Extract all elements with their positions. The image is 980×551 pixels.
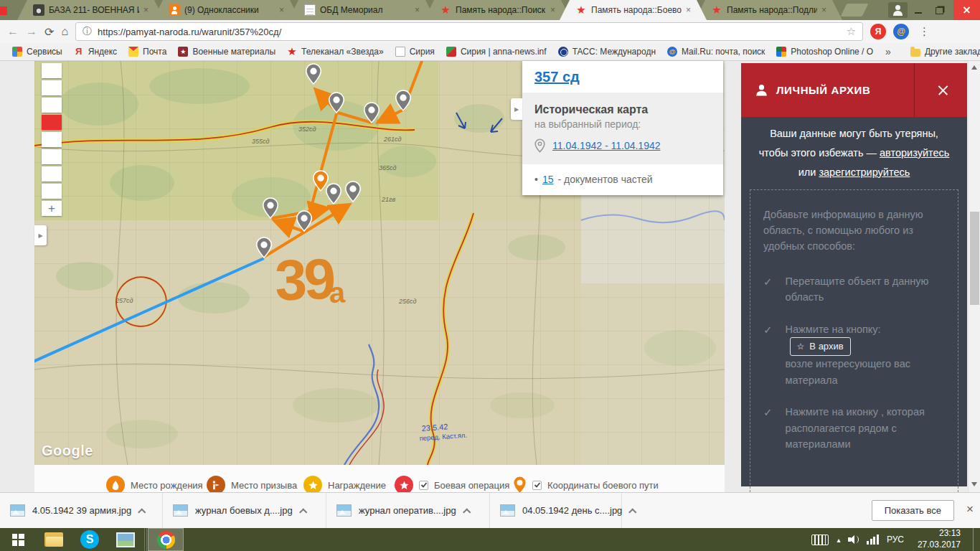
map-layer-button[interactable] bbox=[42, 63, 62, 78]
network-signal-icon[interactable] bbox=[867, 534, 879, 545]
download-menu-icon[interactable] bbox=[138, 508, 146, 516]
documents-count-link[interactable]: 15 bbox=[542, 174, 554, 185]
date-range-link[interactable]: 11.04.1942 - 11.04.1942 bbox=[552, 140, 661, 151]
svg-text:352сд: 352сд bbox=[298, 126, 316, 133]
other-bookmarks-button[interactable]: Другие закладки bbox=[905, 47, 980, 57]
mail-envelope-icon bbox=[128, 47, 138, 57]
bookmark-tass[interactable]: ТАСС: Международн bbox=[553, 47, 661, 57]
bookmark-label: Телеканал «Звезда» bbox=[301, 47, 384, 57]
back-icon[interactable]: ← bbox=[7, 25, 19, 38]
bookmarks-overflow-icon[interactable]: » bbox=[880, 46, 897, 57]
bookmark-star-icon[interactable]: ☆ bbox=[847, 25, 856, 38]
download-filename: журнал боевых д....jpg bbox=[195, 505, 293, 516]
tab-title: ОБД Мемориал bbox=[320, 5, 410, 15]
archive-close-icon[interactable] bbox=[937, 84, 949, 96]
login-link[interactable]: авторизуйтесь bbox=[880, 147, 949, 159]
language-indicator[interactable]: РУС bbox=[887, 534, 904, 545]
bookmark-anna-news[interactable]: Сирия | anna-news.inf bbox=[441, 47, 552, 57]
google-watermark: Google bbox=[42, 443, 93, 459]
system-tray: ▴ РУС 23:13 27.03.2017 bbox=[811, 528, 976, 551]
download-menu-icon[interactable] bbox=[628, 508, 636, 516]
clock[interactable]: 23:13 27.03.2017 bbox=[912, 528, 961, 550]
tab-pamyat-boevoy-active[interactable]: ★ Память народа::Боевой × bbox=[560, 0, 707, 20]
map-layer-button-selected[interactable] bbox=[42, 115, 62, 130]
browser-menu-icon[interactable]: ⋮ bbox=[916, 25, 933, 38]
map-layer-controls: + bbox=[42, 63, 62, 218]
download-item[interactable]: журнал боевых д....jpg bbox=[163, 493, 326, 528]
birthplace-icon bbox=[106, 476, 125, 492]
home-icon[interactable]: ⌂ bbox=[61, 25, 68, 38]
file-explorer-button[interactable] bbox=[36, 528, 72, 551]
tab-baza211[interactable]: БАЗА 211- ВОЕННАЯ ИС × bbox=[17, 0, 164, 20]
tab-close-icon[interactable]: × bbox=[415, 6, 420, 14]
download-menu-icon[interactable] bbox=[463, 508, 471, 516]
register-link[interactable]: зарегистрируйтесь bbox=[819, 166, 910, 178]
bookmark-servisy[interactable]: Сервисы bbox=[7, 47, 67, 57]
scrollbar-down-icon[interactable] bbox=[971, 482, 977, 486]
red-star-favicon: ★ bbox=[711, 4, 722, 16]
bookmark-siria[interactable]: Сирия bbox=[390, 47, 440, 57]
map-layer-button[interactable] bbox=[42, 98, 62, 113]
map-zoom-in-button[interactable]: + bbox=[42, 201, 62, 216]
bookmark-pochta[interactable]: Почта bbox=[123, 47, 171, 57]
download-menu-icon[interactable] bbox=[299, 508, 307, 516]
chrome-button-active[interactable] bbox=[148, 528, 184, 551]
baza211-favicon bbox=[33, 4, 44, 16]
restore-button[interactable] bbox=[929, 0, 950, 20]
window-close-button[interactable] bbox=[953, 0, 980, 20]
unit-title-link[interactable]: 357 сд bbox=[534, 69, 580, 85]
tab-close-icon[interactable]: × bbox=[143, 6, 149, 14]
volume-icon[interactable] bbox=[848, 534, 859, 545]
photo-viewer-button[interactable] bbox=[108, 528, 143, 551]
map-layer-button[interactable] bbox=[42, 132, 62, 147]
map-layer-button[interactable] bbox=[42, 149, 62, 164]
download-item[interactable]: журнал оператив....jpg bbox=[326, 493, 490, 528]
forward-icon[interactable]: → bbox=[26, 25, 37, 38]
start-button[interactable] bbox=[0, 528, 36, 551]
new-tab-button[interactable] bbox=[841, 4, 869, 17]
address-bar[interactable]: ⓘ https://pamyat-naroda.ru/warunit/357%2… bbox=[75, 22, 863, 41]
download-item[interactable]: 4.05.1942 39 армия.jpg bbox=[0, 493, 163, 528]
map-layer-button[interactable] bbox=[42, 80, 62, 95]
bookmark-photoshop[interactable]: Photoshop Online / O bbox=[771, 47, 878, 57]
show-desktop-button[interactable] bbox=[973, 528, 976, 551]
route-coordinates-checkbox[interactable] bbox=[532, 481, 542, 490]
tab-pamyat-podlin[interactable]: ★ Память народа::Подлин × bbox=[695, 0, 842, 20]
tab-close-icon[interactable]: × bbox=[686, 6, 691, 14]
map-layer-button[interactable] bbox=[42, 166, 62, 182]
map-layer-button[interactable] bbox=[42, 184, 62, 199]
scrollbar-up-icon[interactable] bbox=[971, 65, 977, 70]
bookmark-yandex[interactable]: ЯЯндекс bbox=[69, 47, 122, 57]
bookmark-voennye-materialy[interactable]: ★Военные материалы bbox=[173, 47, 281, 57]
to-archive-button[interactable]: ☆В архив bbox=[790, 337, 851, 356]
step2-post: возле интересующего вас материала bbox=[786, 358, 910, 385]
downloads-close-icon[interactable]: × bbox=[966, 502, 974, 517]
refresh-icon[interactable]: ⟳ bbox=[44, 25, 54, 39]
download-item[interactable]: 04.05.1942 день с....jpg bbox=[490, 493, 622, 528]
bookmark-zvezda[interactable]: ★Телеканал «Звезда» bbox=[282, 47, 389, 57]
tab-obd-memorial[interactable]: ОБД Мемориал × bbox=[288, 0, 435, 20]
battle-operation-checkbox[interactable] bbox=[419, 481, 428, 490]
yandex-extension-icon[interactable]: Я bbox=[870, 24, 886, 39]
scrollbar-thumb[interactable] bbox=[970, 212, 979, 305]
unit-panel-expander[interactable]: ▶ bbox=[511, 98, 522, 120]
tab-pamyat-poisk[interactable]: ★ Память народа::Поиск д × bbox=[424, 0, 571, 20]
profile-button[interactable] bbox=[888, 2, 908, 18]
mailru-extension-icon[interactable]: @ bbox=[893, 24, 909, 39]
skype-button[interactable]: S bbox=[72, 528, 108, 551]
archive-dropzone[interactable]: Добавьте информацию в данную область, с … bbox=[750, 189, 958, 499]
page-favicon bbox=[304, 4, 316, 16]
tab-odnoklassniki[interactable]: (9) Одноклассники × bbox=[153, 0, 300, 20]
site-info-icon[interactable]: ⓘ bbox=[83, 25, 92, 38]
left-panel-expander[interactable]: ▶ bbox=[34, 225, 47, 245]
bookmark-mailru[interactable]: @Mail.Ru: почта, поиск bbox=[662, 47, 770, 57]
tab-close-icon[interactable]: × bbox=[821, 6, 826, 14]
minimize-button[interactable] bbox=[908, 0, 928, 20]
touch-keyboard-icon[interactable] bbox=[811, 534, 829, 545]
tray-expand-icon[interactable]: ▴ bbox=[837, 536, 840, 544]
tab-close-icon[interactable]: × bbox=[279, 6, 284, 14]
show-all-downloads-button[interactable]: Показать все bbox=[872, 500, 954, 521]
url-text[interactable]: https://pamyat-naroda.ru/warunit/357%20с… bbox=[98, 27, 841, 37]
tab-close-icon[interactable]: × bbox=[550, 6, 555, 14]
page-scrollbar[interactable] bbox=[968, 61, 980, 492]
